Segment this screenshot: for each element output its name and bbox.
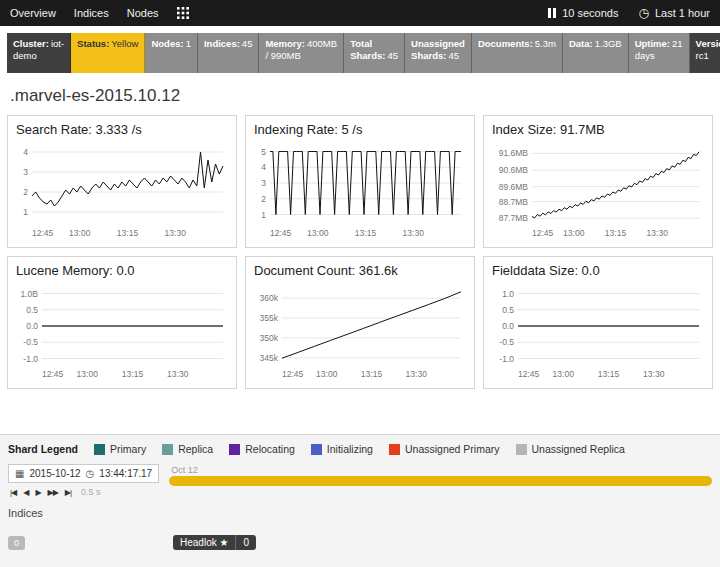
charts-grid: Search Rate: 3.333 /s123412:4513:0013:15… <box>0 115 720 389</box>
cluster-cell-data: Data:1.3GB <box>563 33 629 73</box>
chart-panel: Search Rate: 3.333 /s123412:4513:0013:15… <box>7 115 237 248</box>
datetime-picker[interactable]: ▦ 2015-10-12 ◷ 13:44:17.17 <box>8 464 159 483</box>
timeline-range-bar[interactable] <box>169 476 712 486</box>
cluster-cell-total-shards: Total Shards:45 <box>344 33 405 73</box>
svg-text:12:45: 12:45 <box>270 228 292 238</box>
chart-title: Document Count: 361.6k <box>254 263 466 278</box>
svg-text:87.7MB: 87.7MB <box>499 213 529 223</box>
svg-text:13:30: 13:30 <box>165 228 187 238</box>
timeline-axis-label: Oct 12 <box>171 465 712 475</box>
svg-text:13:00: 13:00 <box>307 228 329 238</box>
legend-swatch-icon <box>389 444 400 455</box>
indices-badge-row: 0 Headlok ★ 0 <box>8 535 712 550</box>
cluster-cell-uptime: Uptime:21 days <box>629 33 690 73</box>
shard-allocation-section: Shard Legend PrimaryReplicaRelocatingIni… <box>0 434 720 567</box>
cluster-status-bar: Cluster:iot-demo Status:Yellow Nodes:1 I… <box>7 33 713 73</box>
shard-legend-items: PrimaryReplicaRelocatingInitializingUnas… <box>94 443 625 455</box>
svg-text:12:45: 12:45 <box>282 369 304 379</box>
timeline-time: 13:44:17.17 <box>99 468 152 479</box>
chart-canvas[interactable]: 1234512:4513:0013:1513:30 <box>254 140 466 240</box>
chart-title: Indexing Rate: 5 /s <box>254 122 466 137</box>
refresh-interval-button[interactable]: 10 seconds <box>548 7 618 19</box>
clock-icon: ◷ <box>638 7 648 19</box>
legend-item: Unassigned Replica <box>516 443 625 455</box>
go-first-button[interactable]: |◀ <box>10 488 16 497</box>
svg-text:0.5: 0.5 <box>502 305 514 315</box>
legend-item: Relocating <box>229 443 295 455</box>
chart-canvas[interactable]: 87.7MB88.7MB89.6MB90.6MB91.6MB12:4513:00… <box>492 140 704 240</box>
shard-legend-title: Shard Legend <box>8 443 78 455</box>
play-button[interactable]: ▶ <box>35 488 40 497</box>
top-navbar: Overview Indices Nodes 10 seconds ◷ Last… <box>0 0 720 26</box>
fast-forward-button[interactable]: ▶▶ <box>48 488 58 497</box>
playback-speed-label: 0.5 s <box>81 487 101 497</box>
node-badge[interactable]: Headlok ★ 0 <box>173 535 256 550</box>
svg-text:13:30: 13:30 <box>406 369 428 379</box>
chart-canvas[interactable]: 1.00.50.0-0.5-1.012:4513:0013:1513:30 <box>492 281 704 381</box>
timeline-row: ▦ 2015-10-12 ◷ 13:44:17.17 |◀◀▶▶▶▶| 0.5 … <box>8 464 712 497</box>
cluster-cell-memory: Memory:400MB / 990MB <box>259 33 344 73</box>
chart-title: Index Size: 91.7MB <box>492 122 704 137</box>
step-back-button[interactable]: ◀ <box>23 488 28 497</box>
svg-text:13:15: 13:15 <box>605 228 627 238</box>
chart-canvas[interactable]: 345k350k355k360k12:4513:0013:1513:30 <box>254 281 466 381</box>
legend-item: Replica <box>162 443 213 455</box>
svg-text:2: 2 <box>23 187 28 197</box>
svg-text:345k: 345k <box>260 353 279 363</box>
legend-swatch-icon <box>311 444 322 455</box>
calendar-icon: ▦ <box>15 468 24 479</box>
node-shard-count: 0 <box>235 535 256 550</box>
legend-swatch-icon <box>94 444 105 455</box>
cluster-cell-nodes: Nodes:1 <box>145 33 198 73</box>
chart-title: Lucene Memory: 0.0 <box>16 263 228 278</box>
svg-text:13:30: 13:30 <box>167 369 189 379</box>
legend-item: Unassigned Primary <box>389 443 500 455</box>
svg-text:4: 4 <box>261 162 266 172</box>
cluster-cell-documents: Documents:5.3m <box>472 33 563 73</box>
svg-text:0.5: 0.5 <box>26 305 38 315</box>
legend-label: Relocating <box>245 443 295 455</box>
svg-text:13:30: 13:30 <box>643 369 665 379</box>
svg-text:13:00: 13:00 <box>77 369 99 379</box>
nav-overview[interactable]: Overview <box>10 7 56 19</box>
svg-text:13:15: 13:15 <box>355 228 377 238</box>
svg-text:13:30: 13:30 <box>647 228 669 238</box>
nav-nodes[interactable]: Nodes <box>127 7 159 19</box>
legend-label: Unassigned Primary <box>405 443 500 455</box>
svg-text:0.0: 0.0 <box>502 321 514 331</box>
chart-panel: Lucene Memory: 0.01.0B0.50.0-0.5-1.012:4… <box>7 256 237 389</box>
nav-indices[interactable]: Indices <box>74 7 109 19</box>
chart-canvas[interactable]: 1.0B0.50.0-0.5-1.012:4513:0013:1513:30 <box>16 281 228 381</box>
node-name-label: Headlok ★ <box>173 535 235 550</box>
svg-text:1: 1 <box>261 210 266 220</box>
chart-canvas[interactable]: 123412:4513:0013:1513:30 <box>16 140 228 240</box>
svg-text:13:15: 13:15 <box>122 369 144 379</box>
indices-section-title: Indices <box>8 507 712 519</box>
time-range-button[interactable]: ◷ Last 1 hour <box>638 7 710 19</box>
go-last-button[interactable]: ▶| <box>65 488 71 497</box>
svg-text:13:15: 13:15 <box>598 369 620 379</box>
chart-panel: Fielddata Size: 0.01.00.50.0-0.5-1.012:4… <box>483 256 713 389</box>
svg-text:13:15: 13:15 <box>361 369 383 379</box>
apps-grid-icon[interactable] <box>177 7 189 19</box>
svg-text:13:00: 13:00 <box>316 369 338 379</box>
svg-text:13:00: 13:00 <box>563 228 585 238</box>
cluster-cell-status: Status:Yellow <box>71 33 145 73</box>
cluster-cell-name: Cluster:iot-demo <box>7 33 71 73</box>
page-title: .marvel-es-2015.10.12 <box>10 86 720 106</box>
svg-text:2: 2 <box>261 194 266 204</box>
refresh-interval-label: 10 seconds <box>562 7 618 19</box>
shard-count-chip: 0 <box>8 536 25 550</box>
svg-text:0.0: 0.0 <box>26 321 38 331</box>
legend-label: Unassigned Replica <box>532 443 625 455</box>
svg-text:-1.0: -1.0 <box>499 354 514 364</box>
playback-controls: |◀◀▶▶▶▶| <box>10 488 71 497</box>
legend-item: Initializing <box>311 443 373 455</box>
cluster-cell-version: Version:2.0.0-rc1 <box>690 33 720 73</box>
master-star-icon: ★ <box>220 537 229 548</box>
chart-panel: Index Size: 91.7MB87.7MB88.7MB89.6MB90.6… <box>483 115 713 248</box>
chart-panel: Document Count: 361.6k345k350k355k360k12… <box>245 256 475 389</box>
chart-title: Fielddata Size: 0.0 <box>492 263 704 278</box>
legend-swatch-icon <box>229 444 240 455</box>
legend-swatch-icon <box>516 444 527 455</box>
